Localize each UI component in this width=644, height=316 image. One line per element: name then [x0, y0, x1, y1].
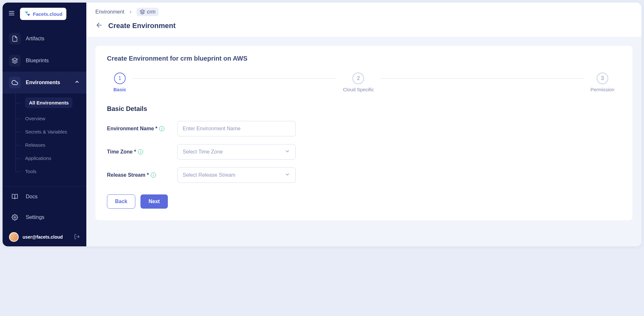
subnav-environments: All Environments Overview Secrets & Vari… [3, 94, 86, 178]
subnav-item-applications[interactable]: Applications [15, 152, 86, 165]
step-label: Basic [113, 87, 126, 92]
breadcrumb-tag[interactable]: crm [137, 8, 159, 16]
form-row-release: Release Stream * i Select Release Stream [107, 167, 621, 183]
back-button[interactable]: Back [107, 194, 135, 209]
form-row-timezone: Time Zone * i Select Time Zone [107, 144, 621, 160]
subnav-item-overview[interactable]: Overview [15, 112, 86, 125]
user-email: user@facets.cloud [23, 234, 70, 240]
cloud-icon [12, 79, 18, 86]
sidebar-bottom: Docs Settings user@facets.cloud [3, 186, 86, 246]
hamburger-icon[interactable] [8, 10, 15, 18]
label-timezone: Time Zone * i [107, 149, 177, 155]
content: Create Environment for crm blueprint on … [86, 37, 641, 246]
sidebar-item-environments[interactable]: Environments [3, 72, 86, 94]
nav: Artifacts Blueprints Environments All En… [3, 25, 86, 186]
info-icon[interactable]: i [151, 173, 156, 178]
sidebar-item-label: Settings [26, 214, 44, 220]
breadcrumb-root[interactable]: Environment [95, 9, 124, 15]
avatar[interactable] [9, 232, 19, 242]
section-title: Basic Details [107, 105, 621, 113]
label-env-name: Environment Name * i [107, 126, 177, 132]
subnav-item-tools[interactable]: Tools [15, 165, 86, 178]
chevron-up-icon [74, 79, 80, 86]
topbar: Environment crm Create Environment [86, 3, 641, 37]
env-name-input[interactable] [177, 121, 296, 136]
logout-icon[interactable] [74, 234, 80, 241]
form-row-env-name: Environment Name * i [107, 121, 621, 136]
card-title: Create Environment for crm blueprint on … [107, 55, 621, 62]
subnav-item-releases[interactable]: Releases [15, 138, 86, 152]
main: Environment crm Create Environment Creat… [86, 3, 641, 246]
step-line [133, 78, 336, 79]
sidebar-item-label: Blueprints [26, 58, 49, 64]
page-title: Create Environment [108, 22, 176, 30]
sidebar-item-blueprints[interactable]: Blueprints [3, 50, 86, 72]
file-icon [12, 35, 18, 42]
sidebar-header: Facets.cloud [3, 3, 86, 25]
step-number: 2 [352, 73, 364, 84]
page-title-row: Create Environment [95, 21, 632, 30]
svg-point-4 [14, 217, 16, 218]
step-line [380, 78, 584, 79]
sidebar-item-settings[interactable]: Settings [3, 207, 86, 228]
svg-marker-3 [12, 58, 18, 61]
sidebar: Facets.cloud Artifacts Blueprints Enviro… [3, 3, 86, 246]
release-select[interactable]: Select Release Stream [177, 167, 296, 183]
next-button[interactable]: Next [140, 194, 168, 209]
sidebar-item-docs[interactable]: Docs [3, 186, 86, 207]
sidebar-item-label: Artifacts [26, 36, 44, 42]
chevron-down-icon [284, 172, 290, 179]
subnav-item-all-environments[interactable]: All Environments [15, 94, 86, 112]
step-label: Permission [591, 87, 614, 92]
logo[interactable]: Facets.cloud [20, 8, 66, 20]
info-icon[interactable]: i [138, 149, 143, 154]
step-label: Cloud Specific [343, 87, 374, 92]
step-basic[interactable]: 1 Basic [113, 73, 126, 92]
sidebar-item-label: Environments [26, 80, 60, 85]
back-arrow-icon[interactable] [95, 21, 103, 30]
stepper: 1 Basic 2 Cloud Specific 3 Permission [107, 73, 621, 92]
step-number: 3 [597, 73, 608, 84]
chevron-down-icon [284, 148, 290, 155]
info-icon[interactable]: i [159, 126, 164, 131]
button-row: Back Next [107, 194, 621, 209]
chevron-right-icon [128, 10, 133, 14]
logo-icon [24, 10, 31, 17]
card: Create Environment for crm blueprint on … [95, 46, 632, 220]
subnav-item-secrets[interactable]: Secrets & Variables [15, 125, 86, 138]
timezone-select[interactable]: Select Time Zone [177, 144, 296, 160]
svg-marker-6 [140, 10, 144, 12]
layers-icon [140, 9, 145, 15]
step-cloud[interactable]: 2 Cloud Specific [343, 73, 374, 92]
sidebar-item-label: Docs [26, 194, 37, 200]
sidebar-item-artifacts[interactable]: Artifacts [3, 28, 86, 50]
step-number: 1 [114, 73, 126, 84]
logo-text: Facets.cloud [33, 11, 62, 17]
gear-icon [12, 214, 18, 221]
label-release: Release Stream * i [107, 172, 177, 178]
step-permission[interactable]: 3 Permission [591, 73, 614, 92]
user-row: user@facets.cloud [3, 228, 86, 246]
book-icon [12, 193, 18, 200]
breadcrumb: Environment crm [95, 8, 632, 16]
layers-icon [12, 57, 18, 64]
